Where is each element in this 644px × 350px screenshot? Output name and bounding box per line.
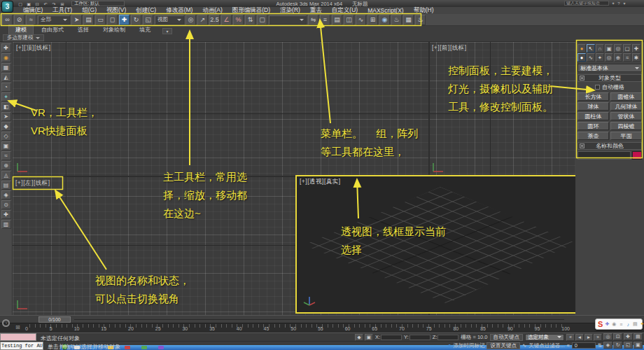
create-category-icon[interactable]: ✦ — [596, 53, 604, 62]
vray-toolbar-button[interactable]: ▦ — [1, 63, 11, 72]
vray-toolbar-button[interactable]: ➤ — [1, 112, 11, 121]
ime-button[interactable]: ▤ — [632, 321, 638, 328]
vray-toolbar-button[interactable]: ◉ — [1, 53, 11, 62]
perspective-viewport[interactable]: [+][透视][真实] — [295, 175, 575, 314]
toolbar-button[interactable]: ◉ — [379, 15, 390, 25]
viewport-nav-button[interactable]: ◎ — [603, 333, 612, 340]
selection-lock-icon[interactable]: ▣ — [365, 334, 373, 341]
command-panel-tab-icon[interactable]: ▢ — [623, 44, 631, 52]
primitive-button[interactable]: 长方体 — [578, 92, 609, 101]
toolbar-button[interactable]: % — [233, 15, 244, 25]
mini-listener-white[interactable]: Testing for AU — [0, 342, 43, 350]
toolbar-button[interactable]: ↻ — [131, 15, 141, 25]
toolbar-button[interactable]: ♨ — [391, 15, 402, 25]
current-frame-field[interactable]: 0 — [572, 342, 596, 349]
viewport-nav-button[interactable]: ◱ — [624, 342, 633, 349]
toolbar-button[interactable]: ↗ — [197, 15, 208, 25]
3dsmax-logo-icon[interactable]: 3 — [1, 1, 13, 13]
primitive-button[interactable]: 圆柱体 — [578, 112, 609, 120]
toolbar-button[interactable]: ➤ — [71, 15, 82, 25]
quick-access-icon[interactable]: ⊡ — [34, 1, 41, 6]
vray-toolbar-button[interactable]: ◈ — [1, 190, 11, 200]
search-input[interactable]: 键入关键字或短语 — [564, 1, 609, 6]
command-panel-tab-icon[interactable]: ✚ — [632, 44, 640, 52]
viewport-nav-button[interactable]: ✚ — [624, 333, 633, 340]
quick-access-icon[interactable]: ⊞ — [59, 1, 66, 6]
ribbon-tab[interactable]: 自由形式 — [35, 25, 70, 34]
create-category-icon[interactable]: ≈ — [623, 53, 631, 62]
viewport-label-top[interactable]: [+][顶][线框] — [16, 44, 51, 52]
ime-button[interactable]: ≡ — [618, 321, 624, 328]
vray-toolbar-button[interactable]: ≈ — [1, 151, 11, 160]
ime-button[interactable]: ✚ — [604, 321, 610, 328]
toolbar-button[interactable]: ▭ — [95, 15, 106, 25]
command-panel-tab-icon[interactable]: ∩ — [596, 44, 604, 52]
toolbar-button[interactable]: 2.5 — [209, 15, 220, 25]
primitive-button[interactable]: 圆环 — [578, 122, 609, 130]
toolbar-button[interactable]: ≡ — [320, 15, 330, 25]
quick-access-icon[interactable]: ↶ — [42, 1, 49, 6]
set-key-button[interactable]: 设置关键点 — [486, 342, 520, 349]
time-slider-handle[interactable]: 0/100 — [38, 316, 71, 323]
search-helper-icon[interactable]: ✦ — [610, 1, 616, 6]
vray-toolbar-button[interactable]: ◔ — [1, 83, 11, 92]
sogou-logo-icon[interactable]: S — [598, 321, 603, 328]
toolbar-button[interactable]: ▤ — [83, 15, 94, 25]
viewport-nav-button[interactable]: ▤ — [634, 333, 643, 340]
vray-toolbar-button[interactable]: ⊙ — [1, 200, 11, 209]
toolbar-button[interactable]: ≈ — [26, 15, 36, 25]
frame-spinner[interactable]: ⇅ — [598, 342, 602, 349]
object-name-input[interactable] — [578, 151, 631, 160]
ribbon-tab[interactable]: 填充 — [133, 25, 157, 34]
toolbar-button[interactable]: ◱ — [143, 15, 153, 25]
quick-access-icon[interactable]: ▣ — [25, 1, 32, 6]
command-panel-tab-icon[interactable]: ▣ — [605, 44, 613, 52]
ribbon-tab[interactable]: 建模 — [8, 24, 34, 34]
vray-toolbar-button[interactable]: ✚ — [1, 43, 11, 52]
toolbar-button[interactable]: 视图 — [155, 15, 184, 24]
command-panel-tab-icon[interactable]: ◎ — [614, 44, 622, 52]
primitive-type-dropdown[interactable]: 标准基本体 — [578, 64, 642, 72]
absolute-mode-icon[interactable]: ⊞ — [15, 324, 20, 330]
toolbar-button[interactable]: ◫ — [344, 15, 354, 25]
ribbon-tab[interactable]: 对象绘制 — [97, 25, 132, 34]
coordinate-input[interactable] — [438, 335, 458, 340]
playback-button[interactable]: ► — [584, 334, 593, 341]
viewport-label-perspective[interactable]: [+][透视][真实] — [300, 178, 341, 186]
coordinate-input[interactable] — [381, 335, 402, 340]
vray-toolbar-button[interactable]: ▣ — [1, 141, 11, 150]
toolbar-button[interactable]: ∿ — [356, 15, 366, 25]
autogrid-checkbox[interactable] — [595, 85, 600, 90]
name-color-rollout[interactable]: 名称和颜色 — [578, 142, 642, 150]
collapse-icon[interactable] — [580, 76, 584, 80]
toolbar-button[interactable]: ♨ — [415, 15, 426, 25]
primitive-button[interactable]: 茶壶 — [578, 132, 609, 140]
toolbar-button[interactable]: ⊞ — [368, 15, 378, 25]
object-color-swatch[interactable] — [632, 151, 642, 160]
toolbar-button[interactable]: ∞ — [2, 15, 13, 25]
menu-item[interactable]: MAXScript(X) — [363, 7, 408, 14]
ime-button[interactable]: ♪ — [625, 321, 631, 328]
ime-button[interactable]: ✦ — [639, 321, 644, 328]
viewport-label-front[interactable]: [+][前][线框] — [432, 44, 467, 52]
playback-button[interactable]: « — [566, 334, 575, 341]
ribbon-tab[interactable]: 选择 — [71, 25, 95, 34]
mini-listener-pink[interactable] — [0, 333, 36, 341]
viewport-nav-button[interactable]: ↻ — [613, 342, 622, 349]
toolbar-button[interactable]: ◎ — [186, 15, 196, 25]
search-helper-icon[interactable]: ▾ — [622, 1, 627, 6]
object-type-rollout[interactable]: 对象类型 — [578, 74, 642, 82]
time-slider-track[interactable] — [74, 319, 564, 320]
vray-toolbar-button[interactable]: ◇ — [1, 132, 11, 141]
selection-lock-icon[interactable]: ◆ — [355, 334, 363, 341]
polygon-modeling-panel[interactable]: 多边形建模 — [3, 34, 44, 41]
primitive-button[interactable]: 四棱锥 — [610, 122, 642, 130]
toolbar-button[interactable]: ∠ — [221, 15, 232, 25]
primitive-button[interactable]: 几何球体 — [610, 102, 642, 111]
key-filters-button[interactable]: 关键点过滤器... — [528, 342, 564, 349]
viewport-nav-button[interactable]: ⊡ — [613, 333, 622, 340]
toolbar-button[interactable]: 全部 — [38, 15, 70, 24]
quick-access-icon[interactable]: ↷ — [50, 1, 57, 6]
coordinate-input[interactable] — [410, 335, 430, 340]
open-mini-listener-icon[interactable]: ◔ — [2, 319, 10, 327]
